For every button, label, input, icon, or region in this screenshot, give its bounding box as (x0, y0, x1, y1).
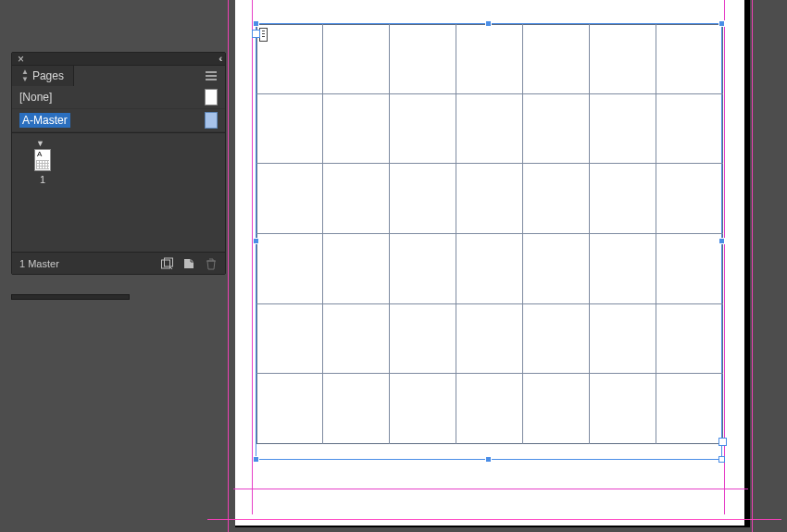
table-cell[interactable] (523, 374, 590, 444)
page-thumb: A (34, 149, 51, 171)
table-cell[interactable] (323, 304, 390, 375)
table-cell[interactable] (590, 164, 656, 234)
collapse-icon[interactable]: ‹‹ (214, 54, 225, 64)
table-cell[interactable] (390, 24, 456, 94)
table-cell[interactable] (256, 304, 323, 375)
footer-status: 1 Master (19, 258, 151, 269)
close-icon[interactable]: × (12, 53, 30, 66)
table-cell[interactable] (256, 94, 323, 165)
page-mini-preview (36, 160, 49, 169)
table-cell[interactable] (390, 94, 456, 165)
table-cell[interactable] (590, 374, 656, 444)
selection-handle[interactable] (253, 456, 259, 463)
panel-titlebar[interactable]: × ‹‹ (12, 53, 225, 66)
table-cell[interactable] (323, 374, 390, 444)
panel-flyout-menu-icon[interactable] (197, 66, 225, 86)
scrollbar-stub[interactable] (11, 294, 130, 300)
selection-handle[interactable] (718, 20, 725, 27)
table-cell[interactable] (456, 24, 523, 94)
selected-text-frame[interactable] (256, 23, 722, 460)
table-cell[interactable] (590, 94, 656, 165)
sort-icon: ▲▼ (21, 68, 29, 83)
svg-rect-0 (162, 260, 170, 268)
master-label: A-Master (19, 114, 205, 127)
table-cell[interactable] (256, 374, 323, 444)
table-cell[interactable] (656, 94, 723, 165)
panel-footer: 1 Master (12, 252, 225, 274)
selection-handle[interactable] (718, 238, 725, 244)
page-number: 1 (40, 174, 45, 185)
delete-page-icon (205, 257, 218, 270)
table-cell[interactable] (323, 94, 390, 165)
table-cell[interactable] (323, 24, 390, 94)
frame-inport[interactable] (252, 30, 260, 38)
text-cursor-indicator (259, 28, 268, 42)
table-cell[interactable] (456, 164, 523, 234)
table-cell[interactable] (323, 234, 390, 304)
table-cell[interactable] (590, 24, 656, 94)
selection-handle[interactable] (485, 20, 492, 27)
table-cell[interactable] (656, 24, 723, 94)
table-cell[interactable] (456, 374, 523, 444)
page-master-letter: A (35, 150, 50, 159)
pages-panel: × ‹‹ ▲▼ Pages [None] A-Master ▼ (11, 52, 226, 275)
pasteboard[interactable] (235, 0, 787, 532)
selection-handle[interactable] (485, 456, 492, 463)
table-cell[interactable] (590, 234, 656, 304)
table-cell[interactable] (323, 164, 390, 234)
table-cell[interactable] (390, 374, 456, 444)
pages-list[interactable]: ▼ A 1 (12, 133, 225, 252)
selection-handle[interactable] (253, 238, 259, 244)
bleed-guide-left (228, 0, 229, 532)
bleed-guide-bottom (207, 519, 781, 520)
table-cell[interactable] (523, 304, 590, 375)
table-cell[interactable] (390, 164, 456, 234)
frame-outport[interactable] (718, 438, 727, 446)
table-cell[interactable] (523, 94, 590, 165)
bleed-guide-right (752, 0, 753, 532)
table-cell[interactable] (523, 24, 590, 94)
selection-handle[interactable] (253, 20, 259, 27)
edit-page-size-icon[interactable] (160, 257, 173, 270)
table-cell[interactable] (256, 234, 323, 304)
table-cell[interactable] (656, 374, 723, 444)
table-cell[interactable] (656, 304, 723, 375)
table-cell[interactable] (523, 234, 590, 304)
table-cell[interactable] (456, 304, 523, 375)
tab-label: Pages (32, 69, 64, 82)
table-grid[interactable] (256, 24, 723, 444)
master-item-a-master[interactable]: A-Master (12, 109, 225, 132)
table-cell[interactable] (456, 234, 523, 304)
panel-tab-row: ▲▼ Pages (12, 66, 225, 86)
tab-pages[interactable]: ▲▼ Pages (12, 66, 74, 86)
table-cell[interactable] (590, 304, 656, 375)
master-item-none[interactable]: [None] (12, 86, 225, 109)
table-cell[interactable] (456, 94, 523, 165)
table-cell[interactable] (256, 164, 323, 234)
table-cell[interactable] (390, 234, 456, 304)
margin-guide-bottom (233, 489, 748, 489)
svg-rect-1 (165, 258, 173, 266)
master-label: [None] (19, 91, 205, 104)
table-cell[interactable] (656, 234, 723, 304)
table-cell[interactable] (656, 164, 723, 234)
master-thumb[interactable] (205, 112, 218, 129)
selection-handle[interactable] (718, 456, 725, 463)
table-cell[interactable] (390, 304, 456, 375)
document-page[interactable] (235, 0, 744, 526)
margin-guide-left (252, 0, 253, 514)
spread-arrow-icon: ▼ (36, 139, 203, 148)
table-cell[interactable] (523, 164, 590, 234)
page-thumb-1[interactable]: A 1 (34, 149, 51, 185)
masters-list: [None] A-Master (12, 86, 225, 132)
master-thumb[interactable] (205, 89, 218, 105)
new-page-icon[interactable] (182, 257, 195, 270)
